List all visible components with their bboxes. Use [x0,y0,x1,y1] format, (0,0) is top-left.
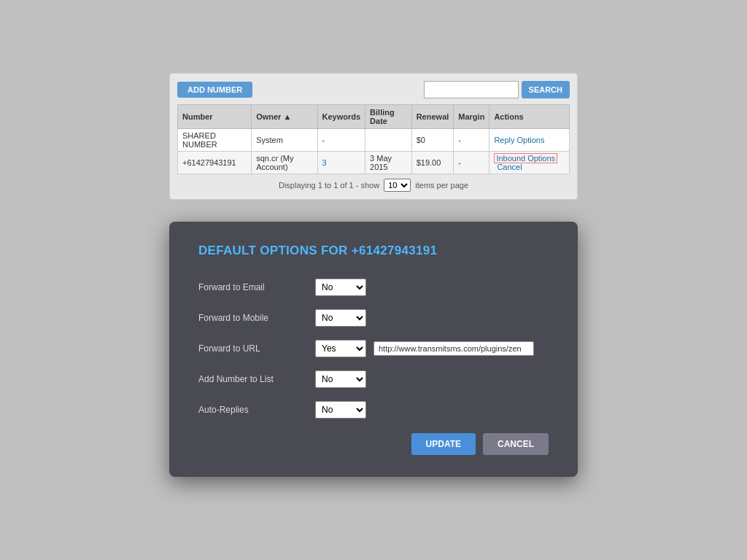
cell-renewal: $0 [411,129,454,152]
col-keywords: Keywords [317,105,365,129]
search-input[interactable] [424,81,519,98]
update-button[interactable]: UPDATE [411,433,476,455]
cell-billing-date [365,129,412,152]
label-forward-email: Forward to Email [198,282,315,292]
table-area: ADD NUMBER SEARCH Number Owner ▲ Keyword… [169,73,578,200]
reply-options-link[interactable]: Reply Options [494,136,544,144]
form-row-mobile: Forward to Mobile No Yes [198,309,549,327]
cancel-button[interactable]: CANCEL [483,433,549,455]
url-input[interactable] [374,341,534,356]
pagination-text: Displaying 1 to 1 of 1 - show [279,181,379,190]
label-auto-replies: Auto-Replies [198,405,315,415]
select-forward-email[interactable]: No Yes [315,279,366,296]
cell-keywords: 3 [317,152,365,174]
cell-number: SHARED NUMBER [178,129,252,152]
form-row-auto-replies: Auto-Replies No Yes [198,401,549,419]
modal-title: DEFAULT OPTIONS FOR +61427943191 [198,244,549,258]
per-page-select[interactable]: 10 25 50 [384,179,411,192]
label-forward-mobile: Forward to Mobile [198,313,315,323]
cell-owner: sqn.cr (My Account) [252,152,317,174]
cell-billing-date: 3 May 2015 [365,152,412,174]
label-forward-url: Forward to URL [198,343,315,354]
modal: DEFAULT OPTIONS FOR +61427943191 Forward… [169,222,578,477]
select-auto-replies[interactable]: No Yes [315,401,366,419]
cell-owner: System [252,129,317,152]
numbers-table: Number Owner ▲ Keywords Billing Date Ren… [177,104,570,174]
cell-actions: Reply Options [489,129,570,152]
col-owner: Owner ▲ [252,105,317,129]
cell-number: +61427943191 [178,152,252,174]
col-billing-date: Billing Date [365,105,412,129]
pagination: Displaying 1 to 1 of 1 - show 10 25 50 i… [177,179,570,192]
modal-footer: UPDATE CANCEL [198,433,549,455]
col-number: Number [178,105,252,129]
search-button[interactable]: SEARCH [522,81,570,98]
table-row: SHARED NUMBER System - $0 - Reply Option… [178,129,570,152]
inbound-options-link[interactable]: Inbound Options [494,153,557,163]
select-forward-mobile[interactable]: No Yes [315,309,366,327]
col-margin: Margin [454,105,489,129]
cancel-number-link[interactable]: Cancel [497,163,522,171]
select-forward-url[interactable]: No Yes [315,340,366,357]
col-actions: Actions [489,105,570,129]
table-row: +61427943191 sqn.cr (My Account) 3 3 May… [178,152,570,174]
cell-actions: Inbound Options Cancel [489,152,570,174]
cell-margin: - [454,152,489,174]
add-number-button[interactable]: ADD NUMBER [177,82,252,98]
select-add-to-list[interactable]: No Yes [315,370,366,388]
cell-margin: - [454,129,489,152]
form-row-url: Forward to URL No Yes [198,340,549,357]
form-row-email: Forward to Email No Yes [198,279,549,296]
search-row: SEARCH [424,81,570,98]
col-renewal: Renewal [411,105,454,129]
toolbar: ADD NUMBER SEARCH [177,81,570,98]
label-add-to-list: Add Number to List [198,374,315,384]
cell-renewal: $19.00 [411,152,454,174]
pagination-suffix: items per page [415,181,468,190]
cell-keywords: - [317,129,365,152]
modal-overlay: DEFAULT OPTIONS FOR +61427943191 Forward… [169,222,578,477]
form-row-list: Add Number to List No Yes [198,370,549,388]
